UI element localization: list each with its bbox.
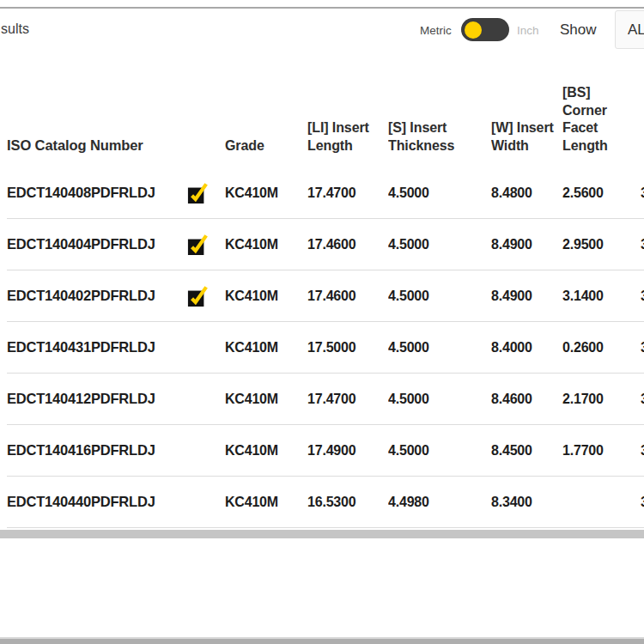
table-row: EDCT140431PDFRLDJKC410M17.50004.50008.40… [7, 322, 644, 374]
horizontal-scrollbar-track [0, 530, 644, 538]
check-badge-icon [187, 285, 208, 307]
cell-bs: 2.9500 [562, 219, 641, 270]
cell-next: 3 [641, 477, 644, 527]
column-header-next [641, 53, 644, 167]
cell-grade: KC410M [225, 425, 307, 476]
cell-iso: EDCT140402PDFRLDJ [7, 270, 187, 321]
cell-w: 8.4900 [491, 270, 562, 321]
cell-s: 4.4980 [388, 477, 491, 527]
cell-li: 17.4700 [307, 167, 388, 218]
cell-bs: 0.2600 [562, 322, 641, 373]
cell-s: 4.5000 [388, 425, 491, 476]
bottom-border-bar [0, 637, 644, 644]
cell-s: 4.5000 [388, 167, 491, 218]
cell-next: 3 [641, 322, 644, 373]
cell-li: 17.5000 [307, 322, 388, 373]
page-size-dropdown[interactable]: ALL [615, 10, 644, 49]
show-label: Show [560, 21, 597, 39]
horizontal-scrollbar-thumb[interactable] [0, 530, 644, 538]
table-row: EDCT140408PDFRLDJ KC410M17.47004.50008.4… [7, 167, 644, 219]
cell-s: 4.5000 [388, 270, 491, 321]
toggle-knob-icon [465, 21, 482, 39]
cell-badge [187, 425, 225, 476]
cell-badge [187, 219, 225, 270]
page-size-value: ALL [628, 21, 644, 39]
cell-s: 4.5000 [388, 322, 491, 373]
cell-bs: 3.1400 [562, 270, 641, 321]
column-header-bs: [BS] Corner Facet Length [562, 53, 641, 167]
cell-li: 17.4600 [307, 219, 388, 270]
cell-iso: EDCT140412PDFRLDJ [7, 374, 187, 424]
cell-grade: KC410M [225, 270, 307, 321]
cell-next: 3 [641, 374, 644, 424]
column-header-li: [LI] Insert Length [307, 53, 388, 167]
column-header-badge [187, 53, 225, 167]
cell-li: 17.4600 [307, 270, 388, 321]
table-row: EDCT140412PDFRLDJKC410M17.47004.50008.46… [7, 374, 644, 425]
cell-grade: KC410M [225, 374, 307, 424]
cell-s: 4.5000 [388, 219, 491, 270]
cell-badge [187, 322, 225, 373]
cell-bs: 2.1700 [562, 374, 641, 424]
cell-grade: KC410M [225, 322, 307, 373]
cell-next: 3 [641, 167, 644, 218]
cell-w: 8.4800 [491, 167, 562, 218]
column-header-s: [S] Insert Thickness [388, 53, 491, 167]
cell-li: 16.5300 [307, 477, 388, 527]
cell-iso: EDCT140404PDFRLDJ [7, 219, 187, 270]
table-body: EDCT140408PDFRLDJ KC410M17.47004.50008.4… [7, 167, 644, 528]
cell-grade: KC410M [225, 167, 307, 218]
cell-w: 8.3400 [491, 477, 562, 527]
check-badge-icon [187, 234, 208, 256]
cell-badge [187, 374, 225, 424]
cell-next: 3 [641, 219, 644, 270]
cell-iso: EDCT140408PDFRLDJ [7, 167, 187, 218]
cell-w: 8.4500 [491, 425, 562, 476]
cell-iso: EDCT140416PDFRLDJ [7, 425, 187, 476]
cell-w: 8.4600 [491, 374, 562, 424]
cell-bs: 2.5600 [562, 167, 641, 218]
results-table-panel: sults Metric Inch Show ALL ISO Catalog N… [0, 0, 644, 644]
table-header-row: ISO Catalog NumberGrade[LI] Insert Lengt… [7, 53, 644, 167]
unit-toggle-switch[interactable] [461, 18, 509, 41]
column-header-iso: ISO Catalog Number [7, 53, 187, 167]
cell-grade: KC410M [225, 219, 307, 270]
cell-s: 4.5000 [388, 374, 491, 424]
cell-badge [187, 167, 225, 218]
table-row: EDCT140416PDFRLDJKC410M17.49004.50008.45… [7, 425, 644, 477]
cell-w: 8.4900 [491, 219, 562, 270]
cell-badge [187, 477, 225, 527]
cell-li: 17.4900 [307, 425, 388, 476]
metric-unit-label[interactable]: Metric [420, 24, 452, 37]
cell-badge [187, 270, 225, 321]
check-badge-icon [187, 182, 208, 204]
cell-li: 17.4700 [307, 374, 388, 424]
cell-iso: EDCT140440PDFRLDJ [7, 477, 187, 527]
column-header-grade: Grade [225, 53, 307, 167]
cell-next: 3 [641, 270, 644, 321]
table-row: EDCT140440PDFRLDJKC410M16.53004.49808.34… [7, 477, 644, 528]
column-header-w: [W] Insert Width [491, 53, 562, 167]
inch-unit-label[interactable]: Inch [517, 24, 539, 37]
cell-next: 3 [641, 425, 644, 476]
table-row: EDCT140402PDFRLDJ KC410M17.46004.50008.4… [7, 270, 644, 322]
results-count-label: sults [1, 21, 29, 37]
top-divider [0, 7, 644, 9]
cell-bs [562, 477, 641, 527]
cell-w: 8.4000 [491, 322, 562, 373]
results-table: ISO Catalog NumberGrade[LI] Insert Lengt… [7, 53, 644, 528]
cell-grade: KC410M [225, 477, 307, 527]
table-row: EDCT140404PDFRLDJ KC410M17.46004.50008.4… [7, 219, 644, 270]
cell-iso: EDCT140431PDFRLDJ [7, 322, 187, 373]
cell-bs: 1.7700 [562, 425, 641, 476]
